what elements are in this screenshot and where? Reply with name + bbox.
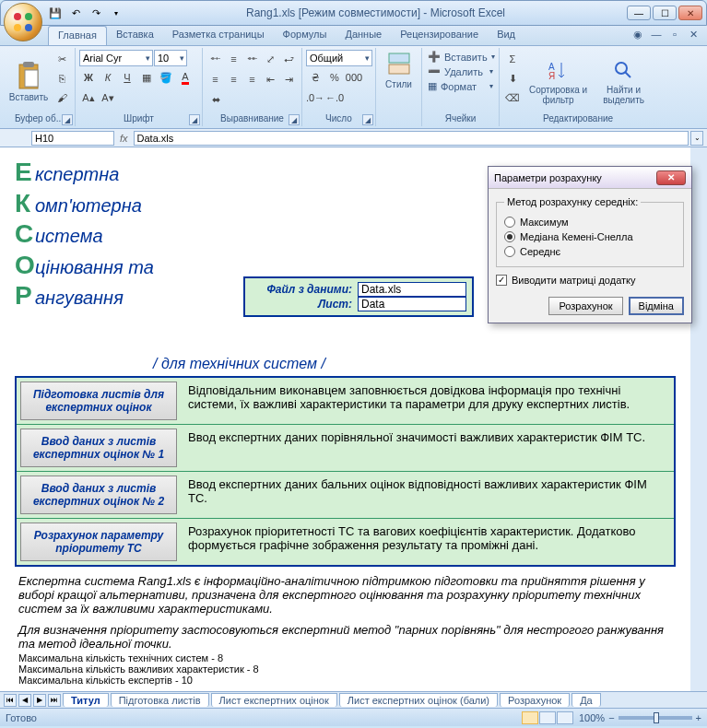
file-value[interactable]: Data.xls — [358, 282, 466, 297]
qat-dropdown-icon[interactable]: ▾ — [108, 5, 124, 21]
grow-font-icon[interactable]: A▴ — [79, 88, 98, 107]
underline-button[interactable]: Ч — [118, 68, 136, 87]
dialog-close-button[interactable]: ✕ — [656, 170, 686, 185]
indent-increase-icon[interactable]: ⇥ — [280, 70, 298, 88]
menu-btn-prepare[interactable]: Підготовка листів для експертних оцінок — [20, 382, 177, 420]
prev-sheet-icon[interactable]: ◀ — [18, 694, 31, 707]
tab-view[interactable]: Вид — [488, 26, 524, 45]
vertical-scrollbar[interactable]: ▲ ▼ — [690, 147, 707, 691]
formula-input[interactable]: Data.xls — [134, 131, 689, 146]
currency-icon[interactable]: ₴ — [306, 68, 324, 87]
styles-button[interactable]: Стили — [380, 50, 418, 91]
menu-btn-input1[interactable]: Ввод даних з листів експертних оцінок № … — [20, 429, 177, 467]
fx-icon[interactable]: fx — [120, 133, 128, 144]
tab-page-layout[interactable]: Разметка страницы — [163, 26, 274, 45]
sort-filter-button[interactable]: AЯ Сортировка и фильтр — [524, 50, 592, 113]
format-painter-icon[interactable]: 🖌 — [53, 88, 71, 107]
last-sheet-icon[interactable]: ⏭ — [48, 694, 61, 707]
radio-kemeni-snell[interactable]: Медіана Кемені-Снелла — [504, 231, 676, 242]
indent-decrease-icon[interactable]: ⇤ — [262, 70, 279, 88]
scroll-up-icon[interactable]: ▲ — [692, 147, 706, 160]
zoom-level[interactable]: 100% — [579, 712, 605, 723]
scroll-down-icon[interactable]: ▼ — [692, 678, 706, 691]
align-right-icon[interactable]: ≡ — [243, 70, 261, 88]
dialog-ok-button[interactable]: Розрахунок — [548, 297, 622, 315]
sheet-tab-titul[interactable]: Титул — [63, 693, 109, 707]
view-page-break-icon[interactable] — [557, 711, 573, 724]
redo-icon[interactable]: ↷ — [88, 5, 104, 21]
dialog-cancel-button[interactable]: Відміна — [629, 297, 684, 315]
save-icon[interactable]: 💾 — [47, 5, 64, 21]
decrease-decimal-icon[interactable]: ←.0 — [325, 88, 344, 107]
zoom-thumb[interactable] — [654, 712, 659, 723]
ribbon-minimize-icon[interactable]: — — [648, 26, 665, 42]
radio-average[interactable]: Середнє — [504, 246, 676, 257]
font-dialog-launcher[interactable]: ◢ — [189, 114, 200, 125]
first-sheet-icon[interactable]: ⏮ — [4, 694, 17, 707]
copy-icon[interactable]: ⎘ — [53, 69, 71, 88]
maximize-button[interactable]: ☐ — [653, 6, 677, 20]
align-bottom-icon[interactable]: ⬵ — [243, 50, 261, 68]
increase-decimal-icon[interactable]: .0→ — [306, 88, 324, 107]
format-cells-button[interactable]: ▦Формат — [426, 79, 495, 93]
border-icon[interactable]: ▦ — [137, 68, 156, 87]
align-top-icon[interactable]: ⬴ — [206, 50, 224, 68]
wrap-text-icon[interactable]: ⮐ — [280, 50, 298, 68]
insert-cells-button[interactable]: ➕Вставить — [426, 50, 495, 64]
paste-button[interactable]: Вставить — [7, 50, 50, 113]
font-size-combo[interactable]: 10 — [154, 50, 187, 66]
sheet-tab-expert-scores[interactable]: Лист експертних оцінок (бали) — [339, 693, 498, 707]
fill-color-icon[interactable]: 🪣 — [157, 68, 175, 87]
sheet-tab-calc[interactable]: Розрахунок — [500, 693, 570, 707]
number-dialog-launcher[interactable]: ◢ — [362, 114, 373, 125]
clipboard-dialog-launcher[interactable]: ◢ — [62, 114, 73, 125]
close-button[interactable]: ✕ — [678, 6, 702, 20]
align-left-icon[interactable]: ≡ — [206, 70, 224, 88]
tab-insert[interactable]: Вставка — [107, 26, 163, 45]
italic-button[interactable]: К — [99, 68, 117, 87]
merge-cells-icon[interactable]: ⬌ — [206, 90, 225, 109]
sheet-tab-data[interactable]: Да — [571, 693, 601, 707]
alignment-dialog-launcher[interactable]: ◢ — [289, 114, 300, 125]
ribbon-close-icon[interactable]: ✕ — [685, 26, 701, 42]
align-center-icon[interactable]: ≡ — [225, 70, 242, 88]
orientation-icon[interactable]: ⤢ — [262, 50, 279, 68]
undo-icon[interactable]: ↶ — [67, 5, 84, 21]
shrink-font-icon[interactable]: A▾ — [99, 88, 117, 107]
sheet-value[interactable]: Data — [358, 297, 466, 311]
menu-btn-input2[interactable]: Ввод даних з листів експертних оцінок № … — [20, 476, 177, 514]
bold-button[interactable]: Ж — [79, 68, 98, 87]
fill-icon[interactable]: ⬇ — [503, 69, 522, 88]
clear-icon[interactable]: ⌫ — [503, 88, 522, 107]
sheet-tab-prep[interactable]: Підготовка листів — [111, 693, 209, 707]
minimize-button[interactable]: — — [627, 6, 651, 20]
number-format-combo[interactable]: Общий — [306, 50, 372, 66]
font-color-icon[interactable]: A — [176, 68, 194, 87]
cut-icon[interactable]: ✂ — [53, 50, 71, 68]
autosum-icon[interactable]: Σ — [503, 50, 522, 68]
view-normal-icon[interactable] — [522, 711, 538, 724]
expand-formula-bar-icon[interactable]: ⌄ — [690, 131, 703, 146]
zoom-in-button[interactable]: + — [696, 712, 701, 723]
zoom-slider[interactable] — [619, 716, 692, 720]
sheet-tab-expert[interactable]: Лист експертних оцінок — [211, 693, 337, 707]
dialog-titlebar[interactable]: Параметри розрахунку ✕ — [489, 167, 691, 189]
percent-icon[interactable]: % — [325, 68, 344, 87]
tab-formulas[interactable]: Формулы — [274, 26, 336, 45]
font-name-combo[interactable]: Arial Cyr — [79, 50, 153, 66]
next-sheet-icon[interactable]: ▶ — [33, 694, 46, 707]
radio-maximum[interactable]: Максимум — [504, 217, 676, 228]
view-page-layout-icon[interactable] — [539, 711, 556, 724]
name-box[interactable]: H10 — [31, 131, 114, 146]
ribbon-restore-icon[interactable]: ▫ — [666, 26, 683, 42]
delete-cells-button[interactable]: ➖Удалить — [426, 65, 495, 78]
tab-home[interactable]: Главная — [48, 26, 107, 45]
zoom-out-button[interactable]: − — [608, 712, 614, 723]
menu-btn-calc[interactable]: Розрахунок параметру пріоритету ТС — [20, 523, 177, 561]
ribbon-help-icon[interactable]: ◉ — [630, 26, 646, 42]
comma-icon[interactable]: 000 — [345, 68, 363, 87]
scrollbar-thumb[interactable] — [693, 160, 705, 206]
checkbox-output-matrices[interactable]: Виводити матриці додатку — [496, 275, 684, 286]
office-button[interactable] — [4, 3, 42, 41]
tab-review[interactable]: Рецензирование — [391, 26, 488, 45]
